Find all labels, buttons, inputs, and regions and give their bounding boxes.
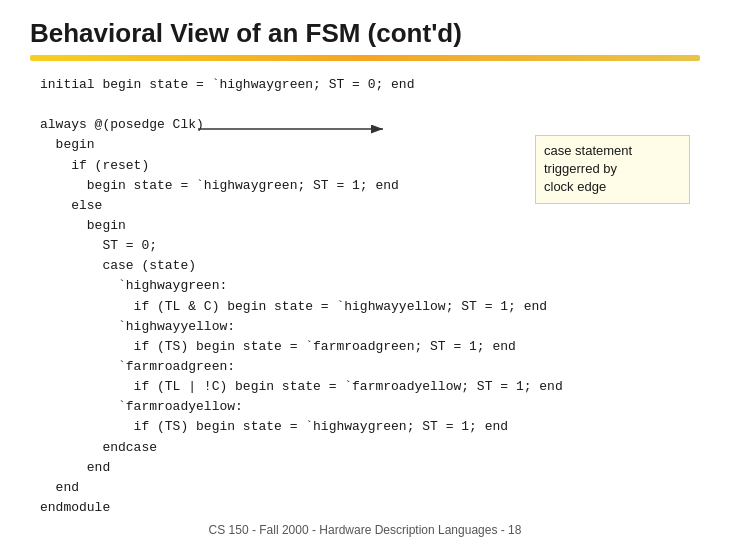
annotation-line2: triggerred by: [544, 161, 617, 176]
annotation-box: case statement triggerred by clock edge: [535, 135, 690, 204]
code-line17: `farmroadyellow:: [40, 399, 243, 414]
code-line14: if (TS) begin state = `farmroadgreen; ST…: [40, 339, 516, 354]
code-line4: begin: [40, 137, 95, 152]
code-line20: end: [40, 460, 110, 475]
annotation-line1: case statement: [544, 143, 632, 158]
slide: Behavioral View of an FSM (cont'd) initi…: [0, 0, 730, 547]
footer: CS 150 - Fall 2000 - Hardware Descriptio…: [0, 523, 730, 537]
code-line7: else: [40, 198, 102, 213]
code-line6: begin state = `highwaygreen; ST = 1; end: [40, 178, 399, 193]
arrow-icon: [198, 117, 398, 157]
code-line13: `highwayyellow:: [40, 319, 235, 334]
code-line12: if (TL & C) begin state = `highwayyellow…: [40, 299, 547, 314]
code-line9: ST = 0;: [40, 238, 157, 253]
slide-title: Behavioral View of an FSM (cont'd): [30, 18, 700, 49]
title-underline: [30, 55, 700, 61]
code-line11: `highwaygreen:: [40, 278, 227, 293]
code-area: initial begin state = `highwaygreen; ST …: [40, 75, 700, 518]
code-line5: if (reset): [40, 158, 149, 173]
code-line18: if (TS) begin state = `highwaygreen; ST …: [40, 419, 508, 434]
code-line21: end: [40, 480, 79, 495]
code-line22: endmodule: [40, 500, 110, 515]
code-line10: case (state): [40, 258, 196, 273]
code-line16: if (TL | !C) begin state = `farmroadyell…: [40, 379, 563, 394]
code-line1: initial begin state = `highwaygreen; ST …: [40, 77, 414, 92]
code-line3: always @(posedge Clk): [40, 117, 204, 132]
code-line8: begin: [40, 218, 126, 233]
code-line19: endcase: [40, 440, 157, 455]
annotation-line3: clock edge: [544, 179, 606, 194]
code-line15: `farmroadgreen:: [40, 359, 235, 374]
